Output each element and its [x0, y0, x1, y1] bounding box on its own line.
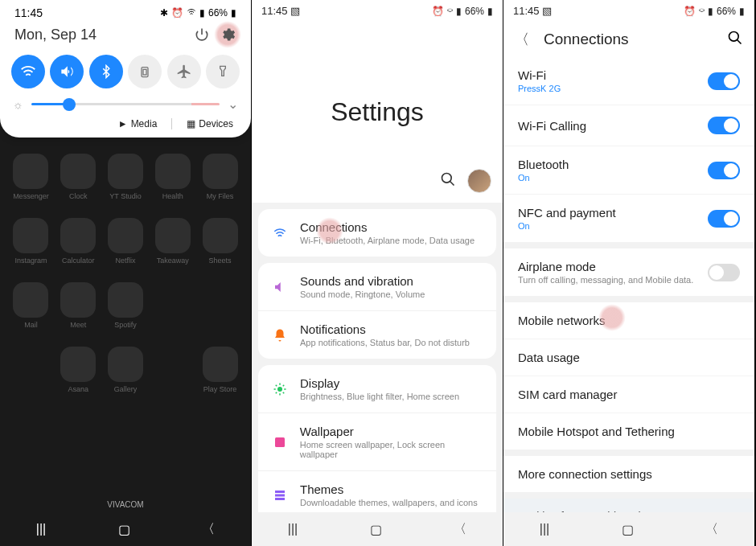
app-icon[interactable]: Asana [57, 347, 100, 393]
tap-highlight [316, 217, 343, 244]
toggle-airplane[interactable] [167, 55, 201, 88]
row-title: More connection settings [518, 467, 652, 481]
app-icon[interactable]: Play Store [199, 347, 241, 393]
nav-back[interactable]: 〈 [454, 521, 466, 538]
app-label: Calculator [62, 257, 95, 265]
page-title: Connections [544, 31, 713, 48]
wifi-icon [271, 226, 289, 240]
settings-row-themes[interactable]: ThemesDownloadable themes, wallpapers, a… [258, 470, 496, 519]
row-title: Wi-Fi [518, 68, 561, 82]
toggle-bluetooth[interactable] [89, 55, 123, 88]
nav-recents[interactable]: ||| [288, 522, 298, 536]
search-icon[interactable] [440, 171, 456, 191]
status-battery: 66% [208, 7, 228, 18]
nav-back[interactable]: 〈 [705, 521, 718, 538]
row-title: Mobile Hotspot and Tethering [518, 425, 675, 438]
back-icon[interactable]: 〈 [515, 30, 529, 49]
svg-point-6 [729, 32, 739, 42]
profile-avatar[interactable] [467, 169, 491, 193]
nav-recents[interactable]: ||| [540, 522, 549, 536]
wifi-icon: ⌔ [447, 6, 453, 17]
toggle-switch[interactable] [708, 72, 740, 90]
brightness-slider[interactable] [31, 103, 220, 105]
app-icon-bubble [60, 282, 96, 318]
app-icon[interactable]: Sheets [199, 218, 241, 265]
app-icon[interactable]: Mail [10, 282, 52, 329]
app-icon[interactable]: YT Studio [105, 154, 147, 200]
toggle-battery-card[interactable] [128, 55, 162, 88]
search-icon[interactable] [727, 30, 743, 49]
settings-row-wifi[interactable]: ConnectionsWi-Fi, Bluetooth, Airplane mo… [258, 209, 496, 257]
media-button[interactable]: ►Media [118, 118, 158, 129]
row-subtitle: Home screen wallpaper, Lock screen wallp… [300, 440, 483, 459]
connections-row[interactable]: BluetoothOn [503, 146, 754, 194]
app-icon[interactable]: Meet [57, 282, 100, 329]
app-icon[interactable]: My Files [199, 154, 241, 200]
settings-gear-icon[interactable] [219, 26, 236, 43]
power-icon[interactable] [193, 26, 211, 43]
nav-home[interactable]: ▢ [370, 522, 382, 537]
panel-settings: 11:45 ▧ ⏰⌔▮66%▮ Settings ConnectionsWi-F… [252, 0, 503, 546]
row-title: Data usage [518, 351, 580, 364]
nav-home[interactable]: ▢ [622, 522, 634, 537]
settings-row-display[interactable]: DisplayBrightness, Blue light filter, Ho… [258, 365, 496, 413]
toggle-switch[interactable] [708, 117, 740, 134]
settings-row-wallpaper[interactable]: WallpaperHome screen wallpaper, Lock scr… [258, 413, 496, 470]
connections-row[interactable]: SIM card manager [503, 376, 754, 413]
app-label: Netflix [115, 257, 135, 265]
connections-row[interactable]: Wi-FiPressK 2G [503, 57, 754, 105]
connections-row[interactable]: Data usage [503, 339, 754, 376]
app-icon[interactable]: Messenger [10, 154, 52, 200]
alarm-icon: ⏰ [171, 7, 183, 18]
connections-row[interactable]: NFC and paymentOn [503, 194, 754, 242]
toggle-sound[interactable] [50, 55, 84, 88]
settings-row-sound[interactable]: Sounds and vibrationSound mode, Ringtone… [258, 263, 496, 310]
app-icon[interactable]: Netflix [105, 218, 147, 265]
nav-home[interactable]: ▢ [118, 522, 130, 537]
toggle-wifi[interactable] [11, 55, 45, 88]
toggle-switch[interactable] [708, 162, 740, 179]
app-label: Takeaway [157, 257, 189, 265]
app-icon-bubble [203, 218, 238, 253]
row-title: Airplane mode [518, 260, 693, 273]
toggle-flashlight[interactable] [206, 55, 240, 88]
app-icon-bubble [13, 282, 48, 318]
settings-header: Settings [252, 22, 503, 203]
row-title: NFC and payment [518, 206, 616, 220]
screenshot-icon: ▧ [290, 5, 300, 17]
nav-back[interactable]: 〈 [202, 521, 215, 538]
carrier-label: VIVACOM [0, 500, 251, 509]
nav-recents[interactable]: ||| [36, 522, 46, 536]
app-icon[interactable]: Calculator [57, 218, 100, 265]
app-icon[interactable]: Health [151, 154, 194, 200]
row-subtitle: On [518, 173, 569, 183]
app-icon[interactable]: Instagram [10, 218, 52, 265]
app-icon-bubble [60, 347, 96, 382]
quick-settings-card: 11:45 ✱ ⏰ ▮ 66% ▮ Mon, Sep 14 [0, 0, 251, 138]
toggle-switch[interactable] [708, 210, 740, 228]
connections-row[interactable]: Mobile Hotspot and Tethering [503, 413, 754, 450]
app-icon[interactable]: Clock [57, 154, 100, 200]
chevron-down-icon[interactable]: ⌄ [228, 96, 238, 112]
app-icon[interactable]: Takeaway [151, 218, 194, 265]
app-icon[interactable]: Spotify [105, 282, 147, 329]
app-icon-bubble [108, 218, 143, 253]
connections-row[interactable]: More connection settings [503, 456, 754, 492]
app-icon[interactable]: Gallery [105, 347, 147, 393]
settings-row-bell[interactable]: NotificationsApp notifications, Status b… [258, 310, 496, 359]
devices-button[interactable]: ▦Devices [187, 118, 233, 129]
app-icon-bubble [60, 218, 96, 253]
section-gap [503, 450, 754, 456]
row-title: Wi-Fi Calling [518, 119, 586, 133]
section-gap [503, 242, 754, 248]
separator [171, 118, 172, 129]
toggle-switch[interactable] [708, 264, 740, 281]
app-label: Spotify [114, 321, 137, 329]
app-label: Sheets [209, 257, 232, 265]
connections-row[interactable]: Wi-Fi Calling [503, 105, 754, 146]
section-gap [503, 492, 754, 499]
statusbar: 11:45 ▧ ⏰⌔▮66%▮ [503, 0, 754, 22]
connections-header: 〈 Connections [503, 22, 754, 57]
connections-row[interactable]: Mobile networks [503, 302, 754, 339]
connections-row[interactable]: Airplane modeTurn off calling, messaging… [503, 248, 754, 296]
